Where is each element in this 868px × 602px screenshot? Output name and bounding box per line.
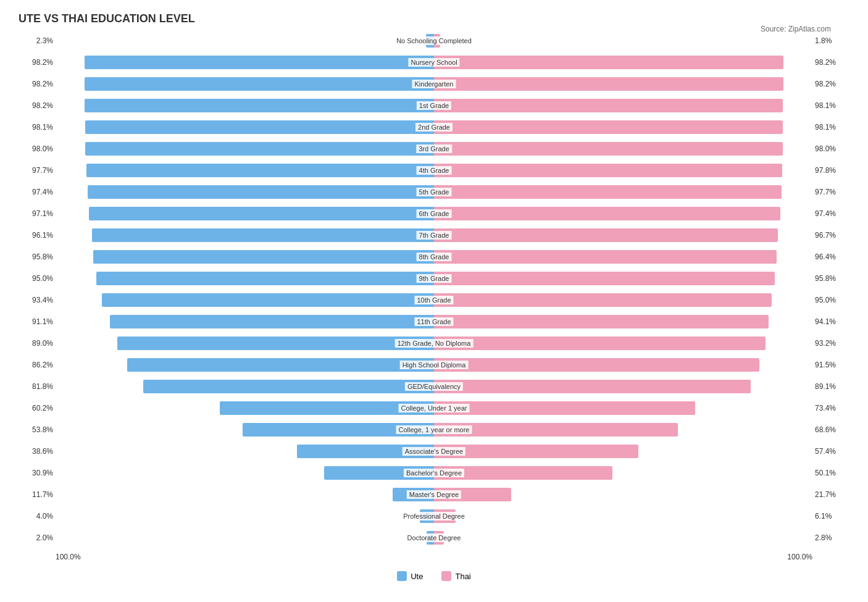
ute-bar — [110, 315, 434, 328]
ute-bar — [89, 207, 435, 220]
thai-value: 57.4% — [812, 447, 849, 456]
legend-ute: Ute — [397, 571, 423, 581]
bar-label: 4th Grade — [417, 166, 452, 175]
thai-bar — [434, 164, 782, 177]
bar-label: No Schooling Completed — [394, 36, 474, 45]
bar-label: 7th Grade — [417, 231, 452, 240]
bar-area: 8th Grade — [56, 249, 812, 265]
bar-area: Kindergarten — [56, 76, 812, 92]
ute-value: 97.1% — [19, 209, 56, 218]
chart-row: 2.0%Doctorate Degree2.8% — [19, 529, 849, 547]
thai-value: 98.1% — [812, 101, 849, 110]
bar-label: Nursery School — [408, 58, 459, 67]
chart-row: 98.1%2nd Grade98.1% — [19, 118, 849, 136]
thai-bar — [434, 185, 782, 199]
bar-area: Associate's Degree — [56, 443, 812, 459]
chart-title: UTE VS THAI EDUCATION LEVEL — [19, 12, 849, 25]
legend-thai: Thai — [441, 571, 470, 581]
bar-area: 4th Grade — [56, 162, 812, 178]
bar-area: 10th Grade — [56, 292, 812, 308]
thai-value: 89.1% — [812, 382, 849, 391]
thai-bar — [434, 228, 778, 242]
ute-value: 93.4% — [19, 296, 56, 304]
ute-value: 60.2% — [19, 404, 56, 412]
thai-value: 98.2% — [812, 80, 849, 88]
ute-bar — [143, 380, 434, 393]
chart-row: 98.2%Kindergarten98.2% — [19, 75, 849, 93]
thai-value: 95.0% — [812, 296, 849, 304]
chart-row: 89.0%12th Grade, No Diploma93.2% — [19, 334, 849, 353]
chart-row: 4.0%Professional Degree6.1% — [19, 507, 849, 525]
chart-row: 97.1%6th Grade97.4% — [19, 204, 849, 223]
thai-value: 91.5% — [812, 361, 849, 369]
bar-area: 7th Grade — [56, 227, 812, 243]
bar-area: 9th Grade — [56, 270, 812, 286]
legend-thai-label: Thai — [455, 572, 470, 581]
ute-bar — [85, 142, 434, 156]
bar-area: Professional Degree — [56, 508, 812, 524]
thai-value: 97.7% — [812, 188, 849, 196]
ute-value: 95.8% — [19, 253, 56, 261]
thai-bar — [434, 77, 783, 91]
chart-row: 97.4%5th Grade97.7% — [19, 183, 849, 201]
ute-bar — [88, 185, 434, 199]
ute-bar — [85, 120, 434, 134]
thai-value: 93.2% — [812, 339, 849, 348]
thai-value: 96.7% — [812, 231, 849, 240]
legend-ute-color — [397, 571, 407, 581]
bar-area: Bachelor's Degree — [56, 465, 812, 481]
bar-area: Master's Degree — [56, 487, 812, 503]
chart-row: 93.4%10th Grade95.0% — [19, 291, 849, 309]
ute-value: 2.0% — [19, 533, 56, 542]
ute-value: 81.8% — [19, 382, 56, 391]
ute-value: 98.2% — [19, 80, 56, 88]
chart-row: 60.2%College, Under 1 year73.4% — [19, 399, 849, 417]
bar-label: 6th Grade — [417, 209, 452, 218]
bar-area: 6th Grade — [56, 206, 812, 222]
bar-area: GED/Equivalency — [56, 378, 812, 395]
ute-value: 96.1% — [19, 231, 56, 240]
thai-value: 2.8% — [812, 533, 849, 542]
chart-row: 53.8%College, 1 year or more68.6% — [19, 420, 849, 439]
thai-bar — [434, 337, 766, 350]
ute-value: 4.0% — [19, 512, 56, 520]
thai-bar — [434, 401, 695, 415]
ute-value: 2.3% — [19, 36, 56, 45]
ute-bar — [96, 272, 434, 285]
legend: Ute Thai — [19, 571, 849, 581]
bar-area: Doctorate Degree — [56, 530, 812, 546]
bar-label: 10th Grade — [414, 296, 453, 304]
bar-label: 12th Grade, No Diploma — [395, 339, 474, 348]
thai-bar — [434, 120, 783, 134]
chart-row: 97.7%4th Grade97.8% — [19, 161, 849, 180]
bar-area: 12th Grade, No Diploma — [56, 335, 812, 351]
thai-value: 98.1% — [812, 123, 849, 132]
bar-area: 2nd Grade — [56, 119, 812, 135]
thai-bar — [434, 207, 780, 220]
ute-bar — [102, 293, 434, 307]
thai-value: 68.6% — [812, 425, 849, 434]
chart-row: 81.8%GED/Equivalency89.1% — [19, 377, 849, 396]
ute-bar — [86, 164, 434, 177]
bar-area: 11th Grade — [56, 314, 812, 330]
bar-label: 5th Grade — [417, 188, 452, 196]
bar-label: Kindergarten — [412, 80, 456, 88]
chart-row: 98.2%1st Grade98.1% — [19, 96, 849, 115]
bar-area: High School Diploma — [56, 357, 812, 373]
thai-bar — [434, 380, 751, 393]
ute-bar — [117, 337, 434, 350]
chart-container: 2.3%No Schooling Completed1.8%98.2%Nurse… — [19, 31, 849, 581]
thai-value: 73.4% — [812, 404, 849, 412]
thai-bar — [434, 250, 777, 264]
ute-value: 91.1% — [19, 317, 56, 326]
bar-area: Nursery School — [56, 54, 812, 70]
thai-bar — [434, 315, 769, 328]
axis-right: 100.0% — [787, 553, 812, 561]
bar-label: 3rd Grade — [416, 144, 452, 153]
bar-area: College, Under 1 year — [56, 400, 812, 416]
ute-value: 86.2% — [19, 361, 56, 369]
chart-row: 86.2%High School Diploma91.5% — [19, 356, 849, 374]
axis-left: 100.0% — [56, 553, 81, 561]
bar-label: 2nd Grade — [415, 123, 453, 132]
ute-bar — [127, 358, 434, 372]
